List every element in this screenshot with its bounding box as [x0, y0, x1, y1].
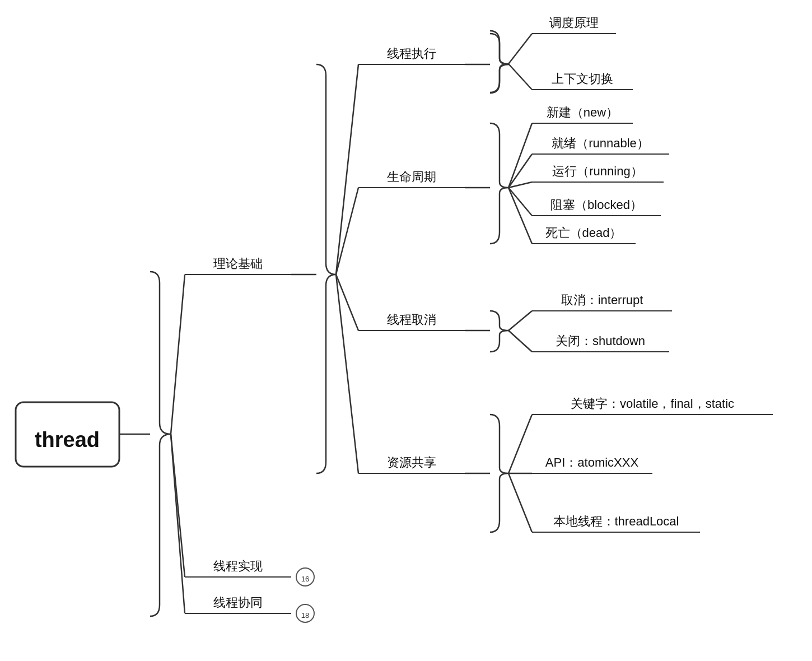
level1-lilun: 理论基础 [213, 257, 263, 271]
level1-xietong: 线程协同 [213, 595, 263, 609]
leaf-quxiao1: 取消：interrupt [561, 293, 643, 307]
svg-line-36 [508, 415, 532, 473]
level2-quxiao: 线程取消 [387, 313, 436, 327]
svg-line-31 [508, 330, 532, 352]
svg-line-3 [171, 434, 185, 613]
svg-line-13 [508, 64, 532, 90]
level1-shixian: 线程实现 [213, 559, 263, 573]
svg-line-12 [508, 34, 532, 64]
leaf-api: API：atomicXXX [545, 455, 639, 469]
leaf-xinjian: 新建（new） [547, 105, 618, 119]
svg-line-6 [336, 64, 358, 274]
badge-xietong-label: 18 [301, 611, 309, 620]
svg-line-7 [336, 188, 358, 274]
svg-line-1 [171, 274, 185, 434]
level2-zhixing: 线程执行 [387, 46, 436, 60]
svg-line-30 [508, 311, 532, 330]
svg-line-18 [508, 123, 532, 188]
leaf-bendixian: 本地线程：threadLocal [553, 514, 679, 528]
leaf-jiuxu: 就绪（runnable） [552, 136, 649, 150]
leaf-yunxing: 运行（running） [552, 164, 642, 178]
leaf-shangxia: 上下文切换 [552, 72, 613, 86]
level2-gongxiang: 资源共享 [387, 455, 436, 469]
svg-line-22 [508, 188, 532, 244]
leaf-guanjianzi: 关键字：volatile，final，static [571, 397, 734, 411]
leaf-guanbi: 关闭：shutdown [556, 334, 645, 348]
leaf-zuse: 阻塞（blocked） [550, 198, 642, 212]
svg-line-38 [508, 473, 532, 532]
root-label: thread [35, 428, 100, 451]
leaf-diaodu: 调度原理 [549, 16, 599, 30]
badge-shixian-label: 16 [301, 575, 309, 583]
svg-line-21 [508, 188, 532, 216]
mind-map-svg: .node-text { font-family: "PingFang SC",… [0, 0, 812, 661]
leaf-siwang: 死亡（dead） [545, 226, 622, 240]
level2-shengming: 生命周期 [387, 170, 436, 184]
